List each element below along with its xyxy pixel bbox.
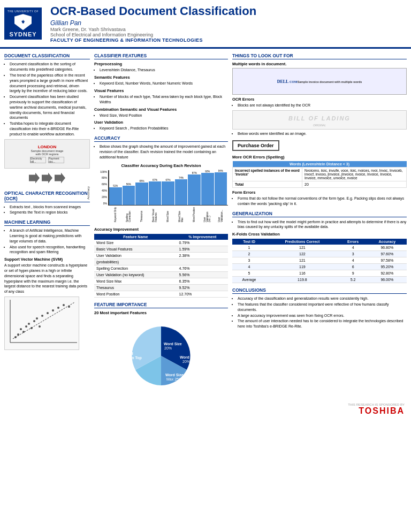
- list-item: Forms that do not follow the normal conv…: [238, 196, 407, 207]
- improvement-value: 1.59%: [177, 246, 228, 252]
- test-id: 5: [232, 270, 266, 277]
- x-label: User Validation...: [218, 206, 223, 222]
- x-label-item: Thesaurus: [135, 206, 148, 222]
- bill-of-lading-image: BILL OF LADING ORIGINAL: [232, 110, 407, 130]
- x-label: Word Position: [193, 206, 196, 222]
- list-item: Below words were identified as an image.: [238, 131, 407, 136]
- doc-classification-title: DOCUMENT CLASSIFICATION: [4, 53, 90, 59]
- table-row: Incorrect spelled instances of the word …: [233, 167, 407, 181]
- author-name: Gillian Pan: [50, 19, 256, 27]
- svg-point-3: [25, 325, 27, 328]
- advisor-names: Mark Greene, Dr. Yash Shrivastava: [50, 27, 256, 32]
- table-row: Spelling Correction 4.76%: [94, 265, 228, 271]
- x-label-item: User Validation...: [215, 206, 227, 222]
- svg-point-2: [20, 328, 22, 330]
- accuracy-description-list: Below shows the graph showing the amount…: [94, 144, 228, 159]
- svg-point-7: [17, 333, 19, 336]
- y-label: 80%: [94, 176, 108, 179]
- errors: 6: [339, 264, 368, 270]
- errors: 4: [339, 245, 368, 251]
- form-errors-title: Form Errors: [232, 190, 407, 195]
- svg-line-18: [13, 302, 74, 339]
- improvement-value: 6.35%: [177, 278, 228, 284]
- feature-importance-subtitle: 20 Most important Features: [94, 310, 228, 315]
- table-row: (probabilities): [94, 259, 228, 265]
- improvement-value: 0.79%: [177, 240, 228, 246]
- y-axis-title: Accuracy: [87, 186, 90, 200]
- conclusions-title: CONCLUSIONS: [232, 287, 407, 294]
- table-row: Word Position 12.70%: [94, 291, 228, 297]
- user-validation-list: Keyword Search , Prediction Probabilitie…: [94, 126, 228, 131]
- accuracy: 92.80%: [368, 270, 407, 277]
- scatter-svg: [5, 297, 79, 350]
- table-row: 5 116 9 92.80%: [232, 270, 407, 277]
- predictions: 119.8: [266, 277, 339, 283]
- semantic-list: Keyword Exist, Number Words, Number Nume…: [94, 81, 228, 86]
- accuracy: 96.80%: [368, 245, 407, 251]
- shield-icon: ⚜: [14, 14, 32, 30]
- pie-label-word-position-top: Word: [124, 352, 133, 355]
- ocr-errors-list: Blocks are not always identified by the …: [232, 103, 407, 108]
- improvement-value: [177, 259, 228, 265]
- x-label: Basic Visual Features: [153, 206, 157, 222]
- bar-rect: [188, 174, 201, 205]
- col-improvement-header: % Improvement: [177, 234, 228, 240]
- chart-title: Classifier Accuracy During Each Revision: [94, 163, 228, 168]
- bar-item: 94%: [215, 170, 227, 205]
- improvement-value: 4.76%: [177, 265, 228, 271]
- university-name: SYDNEY: [9, 31, 36, 37]
- bar-rect: [149, 181, 162, 205]
- improvement-value: 12.70%: [177, 291, 228, 297]
- list-item: Word Size, Word Position: [100, 113, 228, 118]
- ocr-title: OPTICAL CHARACTER RECOGNITION (OCR): [4, 191, 90, 202]
- svm-scatter-plot: [4, 297, 79, 350]
- university-label: THE UNIVERSITY OF: [7, 10, 39, 13]
- feature-name: User Validation (no keyword): [94, 271, 177, 278]
- feature-importance-title: FEATURE IMPORTANCE: [94, 302, 228, 308]
- table-row: User Validation (no keyword) 5.56%: [94, 271, 228, 278]
- more-ocr-title: More OCR Errors (Spelling): [232, 155, 407, 159]
- x-label-item: Word Size: [162, 206, 174, 222]
- list-item: Keyword Search , Prediction Probabilitie…: [100, 126, 228, 131]
- bar-item: 74%: [175, 177, 188, 205]
- bar-item: 67%: [162, 179, 174, 205]
- user-validation-title: User Validation: [94, 120, 228, 125]
- improvement-value: 9.52%: [177, 284, 228, 291]
- svg-point-11: [39, 325, 41, 328]
- toshiba-logo: TOSHIBA: [6, 406, 405, 416]
- list-item: Document classification has been studied…: [10, 94, 90, 120]
- predictions: 119: [266, 264, 339, 270]
- middle-column: CLASSIFIER FEATURES Preprocessing Levens…: [94, 53, 228, 396]
- form-errors-list: Forms that do not follow the normal conv…: [232, 196, 407, 207]
- errors: 3: [339, 251, 368, 257]
- accuracy: 96.00%: [368, 277, 407, 283]
- bar-rect: [135, 183, 148, 205]
- total-label: Total: [233, 181, 302, 187]
- bill-of-lading-text: BILL OF LADING: [235, 113, 404, 124]
- school-name: School of Electrical and Information Eng…: [50, 32, 256, 37]
- test-id: 3: [232, 257, 266, 264]
- bar-item: 51%: [109, 185, 122, 205]
- generalization-title: GENERALIZATION: [232, 211, 407, 217]
- x-label: Spelling Correction: [126, 206, 131, 222]
- feature-name: Word Size Max: [94, 278, 177, 284]
- improvement-value: 5.56%: [177, 271, 228, 278]
- accuracy: 97.58%: [368, 257, 407, 264]
- kfolds-col-id: Test ID: [232, 239, 266, 245]
- feature-name: Spelling Correction: [94, 265, 177, 271]
- bar-rect: [123, 186, 135, 205]
- ml-list: A branch of Artificial Intelligence, Mac…: [4, 228, 90, 255]
- main-content: DOCUMENT CLASSIFICATION Document classif…: [0, 49, 411, 400]
- footer: THIS RESEARCH IS SPONSORED BY TOSHIBA: [0, 401, 411, 418]
- feature-name: User Validation: [94, 252, 177, 259]
- accuracy-title: ACCURACY: [94, 135, 228, 142]
- list-item: Blocks are not always identified by the …: [238, 103, 407, 108]
- svg-point-9: [33, 320, 35, 322]
- list-item: The amount of user interaction needed ha…: [238, 318, 407, 329]
- predictions: 121: [266, 245, 339, 251]
- preprocessing-title: Preprocessing: [94, 62, 228, 66]
- original-label: ORIGINAL: [235, 124, 404, 127]
- list-item: Also used for speech recognition, handwr…: [10, 245, 90, 255]
- table-row: Word Size Max 6.35%: [94, 278, 228, 284]
- page-title: OCR-Based Document Classification: [50, 4, 256, 18]
